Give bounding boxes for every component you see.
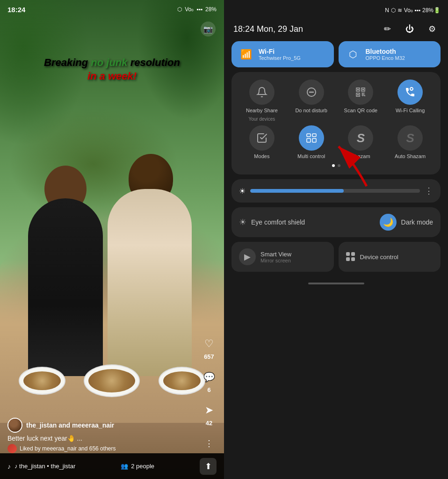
device-control-label: Device control (360, 254, 398, 261)
story-actions: ♡ 657 💬 6 ➤ 42 ⋮ (202, 336, 217, 451)
dc-dot-2 (351, 252, 355, 256)
signal-icon: Vo₀ (185, 6, 194, 13)
svg-rect-6 (357, 89, 359, 90)
comment-count: 6 (207, 386, 210, 393)
display-modes-row: ☀ Eye comfort shield 🌙 Dark mode (231, 207, 441, 237)
food-table-area (0, 353, 224, 409)
quick-settings-panel: N ⬡ ≋ Vo₀ ▪▪▪ 28%🔋 18:24 Mon, 29 Jan ✏ ⏻… (224, 0, 448, 479)
more-icon: ⋮ (202, 436, 217, 451)
word-resolution: resolution (128, 57, 180, 68)
multi-control-tile[interactable]: Multi control (289, 125, 334, 160)
shazam-icon: S (348, 125, 373, 151)
brightness-icon: ☀ (239, 187, 246, 196)
battery-icon-left: 28% (205, 6, 217, 13)
likes-text: Liked by meeeraa_nair and 656 others (20, 445, 116, 452)
brightness-row: ☀ ⋮ (239, 186, 433, 196)
nav-share-icon: ⬆ (205, 461, 212, 472)
status-bar-left: 18:24 ⬡ Vo₀ ▪▪▪ 28% (0, 0, 224, 19)
wifi-tile-icon: 📶 (239, 49, 253, 60)
grid-tiles-row1: Nearby Share Your devices Do not disturb (239, 80, 433, 122)
nav-share-button[interactable]: ⬆ (200, 458, 217, 475)
wifi-tile[interactable]: 📶 Wi-Fi Techwiser Pro_5G (231, 41, 334, 67)
liker-avatar (7, 444, 17, 453)
plate-3 (159, 367, 205, 395)
share-button[interactable]: ➤ 42 (202, 403, 217, 427)
woman-body (28, 198, 103, 376)
smart-view-subtitle: Mirror screen (260, 258, 291, 263)
quick-settings-header: 18:24 Mon, 29 Jan ✏ ⏻ ⚙ (224, 21, 448, 41)
bluetooth-icon-right: ⬡ (391, 7, 396, 14)
modes-tile[interactable]: Modes (239, 125, 285, 160)
svg-rect-13 (307, 134, 311, 137)
nearby-share-sublabel: Your devices (248, 116, 275, 122)
music-icon: ♪ (7, 463, 11, 470)
like-button[interactable]: ♡ 657 (202, 336, 217, 360)
instagram-story-panel: 18:24 ⬡ Vo₀ ▪▪▪ 28% 📷 Breaking no junk r… (0, 0, 224, 479)
heart-icon: ♡ (202, 336, 217, 351)
shazam-label: Shazam (351, 153, 370, 160)
dc-dot-3 (346, 257, 350, 261)
camera-button[interactable]: 📷 (200, 21, 217, 37)
nearby-share-label: Nearby Share (246, 108, 278, 114)
power-button[interactable]: ⏻ (403, 22, 416, 36)
nearby-share-tile[interactable]: Nearby Share Your devices (239, 80, 285, 122)
smart-view-icon: ▶ (239, 248, 256, 265)
brightness-slider-track[interactable] (250, 189, 420, 193)
battery-icon-right: 28%🔋 (422, 7, 441, 14)
smart-view-tile[interactable]: ▶ Smart View Mirror screen (231, 242, 334, 272)
qr-tile[interactable]: Scan QR code (338, 80, 384, 122)
brightness-control[interactable]: ☀ ⋮ (231, 179, 441, 203)
story-likes: Liked by meeeraa_nair and 656 others (7, 444, 191, 453)
word-breaking: Breaking (44, 57, 91, 68)
shazam-tile[interactable]: S Shazam (338, 125, 384, 160)
story-bottom-info: the_jistan and meeeraa_nair Better luck … (7, 418, 191, 453)
status-bar-right: N ⬡ ≋ Vo₀ ▪▪▪ 28%🔋 (224, 0, 448, 21)
grid-tiles-row2: Modes Multi control S Shazam (239, 125, 433, 160)
edit-button[interactable]: ✏ (381, 22, 394, 36)
device-control-tile[interactable]: Device control (339, 242, 441, 272)
brightness-more-icon[interactable]: ⋮ (425, 186, 433, 196)
bluetooth-tile-device: OPPO Enco M32 (366, 55, 405, 61)
comment-button[interactable]: 💬 6 (202, 370, 217, 393)
dark-mode-label: Dark mode (401, 218, 433, 226)
people-tag[interactable]: 👥 2 people (121, 463, 154, 470)
story-headline: Breaking no junk resolution in a week! (14, 56, 210, 83)
story-text-overlay: Breaking no junk resolution in a week! (14, 56, 210, 83)
like-count: 657 (204, 353, 214, 360)
status-icons-right: N ⬡ ≋ Vo₀ ▪▪▪ 28%🔋 (385, 7, 441, 14)
dnd-icon (299, 80, 324, 105)
username-row: the_jistan and meeeraa_nair (7, 418, 191, 433)
auto-shazam-icon: S (397, 125, 423, 151)
auto-shazam-tile[interactable]: S Auto Shazam (387, 125, 433, 160)
qr-label: Scan QR code (344, 108, 378, 114)
plate-2 (84, 364, 140, 397)
dot-2 (338, 164, 340, 167)
status-icons-left: ⬡ Vo₀ ▪▪▪ 28% (177, 6, 217, 13)
status-time-left: 18:24 (7, 6, 25, 14)
people-count: 2 people (131, 463, 154, 470)
bottom-tiles: ▶ Smart View Mirror screen Device contro… (224, 242, 448, 272)
dnd-label: Do not disturb (295, 108, 327, 114)
modes-icon (249, 125, 275, 151)
dark-mode-icon: 🌙 (380, 214, 397, 231)
more-button[interactable]: ⋮ (202, 436, 217, 451)
music-info[interactable]: ♪ ♪ the_jistan • the_jistar (7, 463, 75, 470)
dark-mode-toggle[interactable]: 🌙 Dark mode (380, 214, 433, 231)
dc-dot-1 (346, 252, 350, 256)
dnd-tile[interactable]: Do not disturb (289, 80, 334, 122)
eye-comfort-toggle[interactable]: ☀ Eye comfort shield (239, 217, 305, 227)
bluetooth-tile-info: Bluetooth OPPO Enco M32 (366, 48, 405, 61)
quick-settings-grid: Nearby Share Your devices Do not disturb (231, 72, 441, 174)
people-icon: 👥 (121, 463, 128, 470)
man-body (108, 189, 192, 376)
bluetooth-tile[interactable]: ⬡ Bluetooth OPPO Enco M32 (339, 41, 441, 67)
svg-rect-16 (312, 138, 316, 142)
qr-icon (348, 80, 373, 105)
brightness-filled (250, 189, 344, 193)
dot-1 (332, 164, 335, 167)
wifi-tile-title: Wi-Fi (259, 48, 301, 55)
wifi-calling-tile[interactable]: Wi-Fi Calling (387, 80, 433, 122)
camera-icon: 📷 (201, 22, 216, 36)
settings-button[interactable]: ⚙ (426, 22, 439, 36)
nearby-share-icon (249, 80, 275, 105)
